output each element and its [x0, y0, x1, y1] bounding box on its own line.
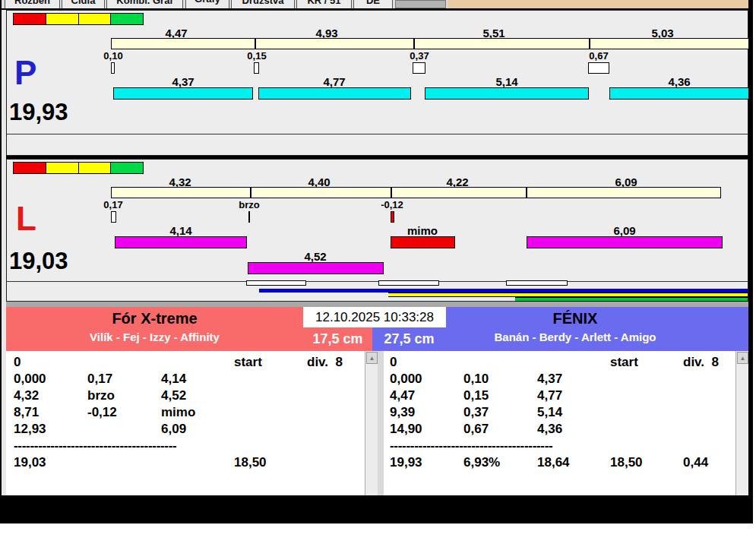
scrollbar-up-button[interactable]: ▲ — [737, 352, 748, 364]
table-cell: 4,47 — [390, 387, 463, 404]
dog-time-bar — [527, 236, 723, 248]
dog-time-label: 4,14 — [135, 224, 226, 237]
lane-p-total-time: 19,93 — [9, 100, 68, 124]
team-right-name: FÉNIX — [400, 310, 750, 327]
split-divider — [526, 188, 527, 198]
start-lights — [13, 162, 144, 174]
changeover-label: 0,67 — [572, 50, 625, 62]
scroll-up-icon: ▲ — [740, 355, 746, 362]
table-cell — [87, 454, 161, 471]
light-yellow-2 — [78, 14, 111, 24]
table-cell: 0,000 — [14, 371, 87, 387]
dog-fault-label: mimo — [377, 224, 468, 237]
table-cell: 4,37 — [537, 371, 610, 387]
table-cell: 18,50 — [234, 454, 307, 471]
table-row: 4,32 brzo 4,52 — [6, 387, 378, 404]
scroll-up-icon: ▲ — [369, 355, 375, 362]
table-cell: 0 — [14, 354, 87, 371]
tab-rozbeh[interactable]: Rozběh — [5, 0, 60, 8]
marker-box — [246, 280, 306, 286]
scrollbar-right-table[interactable]: ▲ — [735, 351, 748, 495]
changeover-tick — [248, 211, 250, 223]
tab-druzstva[interactable]: Družstva — [231, 0, 295, 8]
table-cell: 4,77 — [537, 387, 610, 404]
changeover-label: 0,15 — [230, 50, 283, 62]
table-row: 14,90 0,67 4,36 — [384, 421, 748, 438]
team-right-members: Banán - Berdy - Arlett - Amigo — [400, 331, 750, 343]
table-cell: 4,52 — [161, 387, 234, 404]
light-red — [14, 163, 46, 173]
tab-kr-51[interactable]: KR / 51 — [296, 0, 352, 8]
table-cell — [463, 354, 537, 371]
split-divider — [250, 188, 251, 198]
split-divider — [255, 39, 256, 49]
table-cell — [234, 421, 307, 438]
table-cell — [161, 354, 234, 371]
marker-box — [506, 280, 568, 286]
table-cell — [87, 421, 161, 438]
team-left-results-table[interactable]: 0 start div. 8 0,000 0,17 4,14 4,32 brzo… — [6, 351, 378, 495]
tab-label: Kombi. Graf — [116, 0, 172, 6]
dog-time-label: 6,09 — [579, 224, 670, 237]
table-header-row: 0 start div. 8 — [384, 354, 748, 371]
team-left-jump-height: 17,5 cm — [303, 327, 372, 351]
table-cell: 0,000 — [390, 371, 463, 387]
light-yellow-2 — [78, 163, 111, 173]
tab-grafy[interactable]: Grafy — [185, 0, 229, 8]
table-cell: brzo — [87, 387, 161, 404]
table-cell: 18,64 — [537, 454, 610, 471]
table-row: 9,39 0,37 5,14 — [384, 404, 748, 421]
table-cell: 14,90 — [390, 421, 463, 438]
changeover-box-negative — [391, 211, 394, 223]
window-left-border — [0, 0, 2, 523]
light-red — [14, 14, 46, 24]
table-cell: 19,93 — [390, 454, 463, 471]
table-cell — [161, 454, 234, 471]
tab-bar: Rozběh Čidla Kombi. Graf Grafy Družstva … — [0, 0, 748, 8]
tab-label: DE — [366, 0, 380, 6]
split-divider — [589, 39, 590, 49]
table-cell — [610, 404, 683, 421]
table-cell: 0 — [390, 354, 463, 371]
table-cell: 0,15 — [463, 387, 537, 404]
tab-label: Rozběh — [14, 0, 50, 6]
team-right-results-table[interactable]: 0 start div. 8 0,000 0,10 4,37 4,47 0,15… — [384, 351, 748, 495]
split-divider — [413, 39, 415, 49]
dog-time-label: 5,14 — [461, 75, 552, 88]
table-separator: ---------------------------------------- — [14, 438, 234, 454]
scrollbar-left-table[interactable]: ▲ — [365, 351, 378, 495]
changeover-box — [413, 62, 425, 74]
changeover-label: 0,10 — [87, 50, 140, 62]
table-row: 8,71 -0,12 mimo — [6, 404, 378, 421]
dog-time-bar — [115, 236, 247, 248]
tab-cidla[interactable]: Čidla — [62, 0, 105, 8]
table-row: 0,000 0,10 4,37 — [384, 371, 748, 387]
table-gap-divider — [378, 351, 384, 495]
results-splitter — [6, 302, 748, 307]
table-cell — [537, 354, 610, 371]
split-divider — [391, 188, 392, 198]
tab-de[interactable]: DE — [353, 0, 393, 8]
table-row: 4,47 0,15 4,77 — [384, 387, 748, 404]
table-row: 12,93 6,09 — [6, 421, 378, 438]
tab-kombi-graf[interactable]: Kombi. Graf — [106, 0, 183, 8]
page-background: Rozběh Čidla Kombi. Graf Grafy Družstva … — [0, 0, 756, 544]
changeover-box — [254, 62, 259, 74]
light-green — [110, 163, 143, 173]
table-cell — [87, 354, 161, 371]
tab-bar-fill — [448, 0, 748, 8]
lane-l-letter: L — [16, 202, 36, 236]
scrollbar-up-button[interactable]: ▲ — [366, 352, 378, 364]
dog-time-label: 4,52 — [270, 250, 361, 263]
dog-time-label: 4,77 — [289, 75, 380, 88]
panel-divider-line — [7, 134, 748, 134]
changeover-label: 0,17 — [87, 199, 140, 210]
tab-label: Čidla — [71, 0, 96, 6]
lane-p-letter: P — [14, 56, 36, 90]
dog-time-bar — [609, 87, 749, 100]
tab-label: KR / 51 — [307, 0, 340, 6]
table-cell — [610, 387, 683, 404]
team-left-name: Fór X-treme — [6, 310, 303, 327]
table-cell: 4,32 — [14, 387, 87, 404]
dog-fault-bar — [391, 236, 455, 248]
